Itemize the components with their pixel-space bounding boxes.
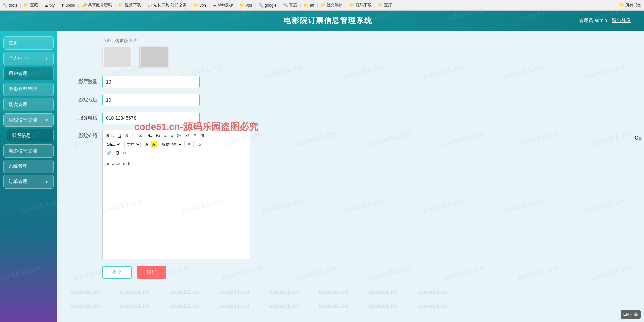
toolbar-social[interactable]: 📁 社交媒体 bbox=[321, 2, 343, 8]
toolbar-ordered-list[interactable]: ≡ bbox=[162, 132, 168, 139]
editor-toolbar: B I U S " </> H1 H2 ≡ ≡ X₂ X² ⊟ ⊞ bbox=[103, 130, 250, 158]
address-label: 影院地址 bbox=[70, 97, 97, 103]
toolbar-bold[interactable]: B bbox=[105, 132, 111, 139]
main-layout: 首页 个人中心 ▼ 用户管理 电影类型管理 场次管理 影院信息管 bbox=[0, 31, 644, 322]
toolbar-h1[interactable]: H1 bbox=[146, 132, 153, 139]
bottom-watermark-row-2: code51.cncode51.cncode51.cncode51.cncode… bbox=[70, 299, 631, 313]
sidebar-item-movie-type[interactable]: 电影类型管理 bbox=[3, 83, 54, 96]
toolbar-txy[interactable]: ☁ txy bbox=[44, 3, 55, 8]
content-area: 点击上传影院图片 影厅数量 影院地址 服务电话 bbox=[57, 31, 644, 322]
toolbar-source-download[interactable]: 📁 源码下载 bbox=[349, 2, 371, 8]
submit-button[interactable]: 提交 bbox=[102, 266, 132, 279]
sidebar-cinema-info-label: 影院信息管理 bbox=[9, 117, 37, 123]
sidebar-movie-info-label: 电影信息管理 bbox=[9, 148, 37, 154]
sidebar-item-movie-info[interactable]: 电影信息管理 bbox=[3, 144, 54, 158]
toolbar-image[interactable]: 🖼 bbox=[114, 149, 121, 157]
toolbar-aff[interactable]: 📁 aff bbox=[304, 3, 314, 8]
toolbar-baidu[interactable]: 🔍 百度 bbox=[283, 2, 297, 8]
toolbar-video-download[interactable]: 📁 视频下载 bbox=[118, 2, 141, 8]
toolbar-webmaster-tools[interactable]: 📊 站长工具-站长之家 bbox=[147, 2, 187, 8]
browser-toolbar: 🔧 tools | 📁 宝藏 | ☁ txy | ⬆ uplod | 🔑 共享账… bbox=[0, 0, 644, 11]
toolbar-tools[interactable]: 🔧 tools bbox=[3, 3, 17, 8]
toolbar-uplod[interactable]: ⬆ uplod bbox=[61, 3, 75, 8]
sidebar-orders-label: 订单管理 bbox=[9, 179, 28, 185]
sidebar-system-label: 系统管理 bbox=[9, 163, 28, 169]
toolbar-text-type[interactable]: 文本 bbox=[124, 141, 141, 148]
sidebar-session-label: 场次管理 bbox=[9, 102, 28, 108]
toolbar-table[interactable]: □ bbox=[122, 149, 127, 157]
hall-count-row: 影厅数量 bbox=[70, 76, 631, 88]
toolbar-baocang[interactable]: 📁 宝藏 bbox=[24, 2, 38, 8]
toolbar-underline[interactable]: U bbox=[117, 132, 123, 139]
hall-count-input[interactable] bbox=[102, 76, 200, 88]
address-input[interactable] bbox=[102, 94, 200, 106]
upload-area: 点击上传影院图片 bbox=[70, 38, 631, 69]
sidebar-users-label: 用户管理 bbox=[9, 71, 28, 77]
phone-input[interactable] bbox=[102, 112, 200, 124]
sidebar-item-users[interactable]: 用户管理 bbox=[3, 67, 54, 80]
sidebar-item-system[interactable]: 系统管理 bbox=[3, 160, 54, 173]
editor-text: adsasdfasdf bbox=[105, 161, 247, 166]
logout-button[interactable]: 退出登录 bbox=[612, 18, 631, 23]
toolbar-outdent[interactable]: ⊟ bbox=[192, 132, 198, 139]
en-badge[interactable]: EN ♂ 简 bbox=[621, 310, 641, 319]
phone-label: 服务电话 bbox=[70, 115, 97, 121]
toolbar-h2[interactable]: H2 bbox=[154, 132, 162, 139]
sidebar-movie-type-label: 电影类型管理 bbox=[9, 86, 37, 92]
admin-label: 管理员 admin bbox=[579, 18, 607, 23]
toolbar-highlight[interactable]: A bbox=[151, 141, 157, 148]
sidebar-item-orders[interactable]: 订单管理 ▼ bbox=[3, 175, 54, 189]
toolbar-sep-2 bbox=[142, 141, 142, 147]
toolbar-google[interactable]: 🔍 google bbox=[258, 3, 276, 8]
sidebar-item-home[interactable]: 首页 bbox=[3, 36, 54, 50]
toolbar-row-2: 14px 12px 16px 18px 文本 A A bbox=[105, 141, 248, 148]
toolbar-row-1: B I U S " </> H1 H2 ≡ ≡ X₂ X² ⊟ ⊞ bbox=[105, 132, 248, 139]
toolbar-code[interactable]: </> bbox=[136, 132, 145, 139]
toolbar-shared-accounts[interactable]: 🔑 共享账号密码 bbox=[82, 2, 112, 8]
sidebar-item-cinema-info[interactable]: 影院信息管理 ▼ bbox=[3, 113, 54, 127]
toolbar-font-color[interactable]: A bbox=[144, 141, 150, 148]
app-header: 电影院订票信息管理系统 管理员 admin 退出登录 bbox=[0, 11, 644, 31]
editor-row: 影院介绍 B I U S " </> H1 H2 ≡ ≡ X bbox=[70, 130, 631, 259]
toolbar-link[interactable]: 🔗 bbox=[105, 149, 113, 157]
toolbar-font-family[interactable]: 标楷字体 bbox=[160, 141, 183, 148]
toolbar-blockquote[interactable]: " bbox=[130, 132, 135, 139]
phone-row: 服务电话 bbox=[70, 112, 631, 124]
bottom-watermark-row-1: code51.cncode51.cncode51.cncode51.cncode… bbox=[70, 285, 631, 299]
hall-count-label: 影厅数量 bbox=[70, 79, 97, 85]
toolbar-sep-3 bbox=[158, 141, 158, 147]
toolbar-maxcloud[interactable]: ☁ Max云梯 bbox=[212, 2, 233, 8]
toolbar-strikethrough[interactable]: S bbox=[124, 132, 130, 139]
toolbar-vps[interactable]: 📁 vps bbox=[239, 3, 252, 8]
form-actions: 提交 取消 bbox=[70, 266, 631, 279]
upload-hint: 点击上传影院图片 bbox=[102, 38, 137, 44]
sidebar-item-cinema-detail[interactable]: 影院信息 bbox=[3, 129, 54, 142]
sidebar-personal-label: 个人中心 bbox=[9, 55, 28, 61]
cancel-button[interactable]: 取消 bbox=[137, 266, 166, 279]
sidebar-cinema-info-arrow: ▼ bbox=[45, 118, 48, 122]
toolbar-sep-1 bbox=[123, 141, 123, 147]
toolbar-vpn[interactable]: 📁 vpn bbox=[193, 3, 206, 8]
editor-content[interactable]: adsasdfasdf bbox=[103, 158, 250, 259]
toolbar-clear-format[interactable]: Tx bbox=[195, 141, 203, 148]
app-title: 电影院订票信息管理系统 bbox=[80, 16, 576, 26]
upload-box-secondary[interactable] bbox=[139, 46, 169, 69]
corner-text: Co bbox=[635, 135, 642, 141]
toolbar-align[interactable]: ≡ bbox=[186, 141, 192, 148]
toolbar-baoku[interactable]: 📁 宝库 bbox=[378, 2, 392, 8]
toolbar-sep-5 bbox=[193, 141, 194, 147]
sidebar-item-personal[interactable]: 个人中心 ▼ bbox=[3, 52, 54, 65]
toolbar-unordered-list[interactable]: ≡ bbox=[169, 132, 174, 139]
toolbar-italic[interactable]: I bbox=[112, 132, 116, 139]
toolbar-subscript[interactable]: X₂ bbox=[175, 132, 183, 139]
sidebar-cinema-detail-label: 影院信息 bbox=[12, 132, 31, 139]
toolbar-all-bookmarks[interactable]: 📁 所有书签 bbox=[619, 2, 641, 8]
sidebar-item-session[interactable]: 场次管理 bbox=[3, 98, 54, 111]
toolbar-font-size[interactable]: 14px 12px 16px 18px bbox=[105, 141, 121, 148]
toolbar-sep-4 bbox=[184, 141, 185, 147]
editor-label: 影院介绍 bbox=[70, 130, 97, 139]
upload-box-primary[interactable] bbox=[102, 46, 132, 69]
toolbar-indent[interactable]: ⊞ bbox=[199, 132, 206, 139]
sidebar-orders-arrow: ▼ bbox=[45, 180, 48, 184]
toolbar-superscript[interactable]: X² bbox=[183, 132, 191, 139]
